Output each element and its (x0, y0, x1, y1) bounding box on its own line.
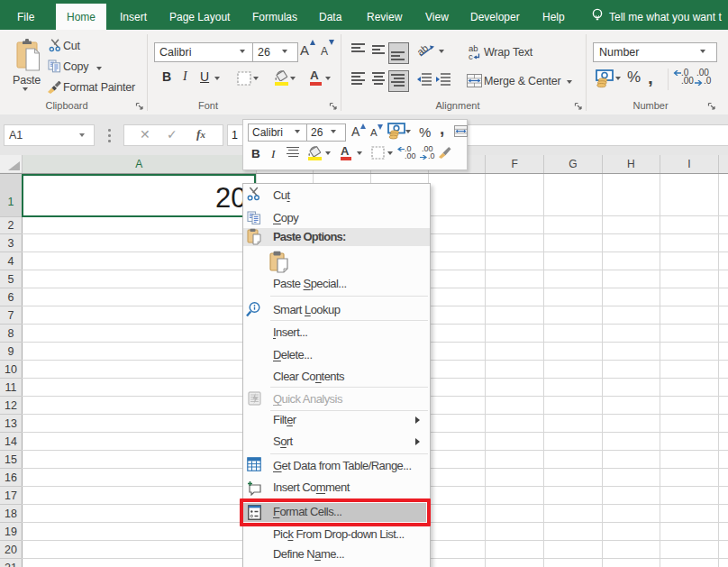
svg-text:c: c (469, 51, 473, 60)
